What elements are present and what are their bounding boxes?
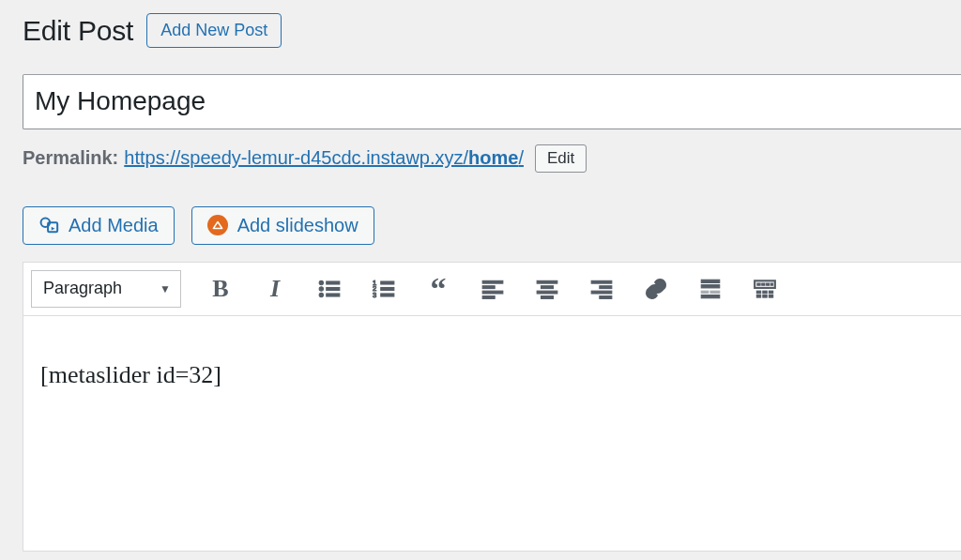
svg-rect-18 <box>537 280 557 283</box>
svg-rect-37 <box>763 291 767 294</box>
svg-rect-39 <box>756 295 760 297</box>
editor-content-area[interactable]: [metaslider id=32] <box>23 316 961 551</box>
insert-link-button[interactable] <box>641 274 671 304</box>
bullet-list-button[interactable] <box>314 274 344 304</box>
svg-rect-21 <box>542 295 554 298</box>
media-icon <box>38 215 59 235</box>
svg-rect-15 <box>482 286 495 289</box>
blockquote-button[interactable]: “ <box>423 274 453 304</box>
svg-rect-24 <box>591 291 612 294</box>
page-heading-row: Edit Post Add New Post <box>23 0 961 48</box>
permalink-label: Permalink: <box>23 147 118 169</box>
svg-rect-7 <box>327 294 340 296</box>
svg-rect-38 <box>769 291 772 294</box>
permalink-url-base: https://speedy-lemur-d45cdc.instawp.xyz/ <box>124 147 468 168</box>
svg-text:3: 3 <box>373 290 376 298</box>
align-left-button[interactable] <box>478 274 508 304</box>
svg-rect-19 <box>542 286 554 289</box>
numbered-list-button[interactable]: 123 <box>369 274 399 304</box>
permalink-url-trail: / <box>518 147 524 168</box>
svg-rect-20 <box>537 291 557 294</box>
paragraph-format-dropdown[interactable]: Paragraph ▼ <box>31 270 181 308</box>
svg-rect-25 <box>600 295 612 298</box>
svg-rect-29 <box>710 291 720 293</box>
svg-rect-36 <box>756 291 760 294</box>
add-slideshow-label: Add slideshow <box>237 215 358 236</box>
editor-content-text: [metaslider id=32] <box>40 361 944 389</box>
svg-rect-11 <box>381 287 394 290</box>
toolbar-toggle-button[interactable] <box>750 274 780 304</box>
svg-rect-14 <box>482 280 503 283</box>
paragraph-format-selected: Paragraph <box>43 279 122 298</box>
svg-rect-26 <box>701 280 720 282</box>
svg-point-2 <box>319 280 323 284</box>
svg-rect-28 <box>701 291 709 293</box>
add-media-label: Add Media <box>69 215 159 236</box>
page-title: Edit Post <box>23 15 133 47</box>
editor-toolbar: Paragraph ▼ B I 123 “ <box>23 263 961 316</box>
add-slideshow-button[interactable]: Add slideshow <box>191 206 374 245</box>
add-media-button[interactable]: Add Media <box>23 206 175 245</box>
svg-rect-22 <box>591 280 612 283</box>
svg-rect-3 <box>327 281 340 284</box>
media-buttons-row: Add Media Add slideshow <box>23 206 961 245</box>
svg-rect-23 <box>600 286 612 289</box>
svg-rect-33 <box>762 283 765 285</box>
svg-rect-41 <box>769 295 772 297</box>
post-title-input[interactable] <box>23 74 961 129</box>
add-new-post-button[interactable]: Add New Post <box>146 13 282 48</box>
svg-rect-32 <box>757 283 760 285</box>
svg-point-6 <box>319 293 323 296</box>
insert-read-more-button[interactable] <box>695 274 725 304</box>
slideshow-icon <box>207 215 228 235</box>
svg-rect-34 <box>767 283 770 285</box>
italic-button[interactable]: I <box>260 274 290 304</box>
svg-point-4 <box>319 287 323 291</box>
svg-rect-9 <box>381 281 394 284</box>
svg-rect-16 <box>482 291 503 294</box>
bold-button[interactable]: B <box>206 274 236 304</box>
permalink-row: Permalink: https://speedy-lemur-d45cdc.i… <box>23 144 961 173</box>
svg-rect-30 <box>701 295 720 297</box>
chevron-down-icon: ▼ <box>160 282 171 295</box>
svg-rect-5 <box>327 287 340 290</box>
svg-rect-13 <box>381 294 394 296</box>
svg-rect-27 <box>701 284 720 287</box>
editor: Paragraph ▼ B I 123 “ <box>23 262 961 552</box>
align-center-button[interactable] <box>532 274 562 304</box>
permalink-url-slug: home <box>468 147 518 168</box>
align-right-button[interactable] <box>587 274 617 304</box>
edit-permalink-button[interactable]: Edit <box>535 144 587 173</box>
svg-rect-17 <box>482 295 495 298</box>
svg-rect-35 <box>771 283 773 285</box>
svg-rect-40 <box>763 295 767 297</box>
permalink-url[interactable]: https://speedy-lemur-d45cdc.instawp.xyz/… <box>124 147 524 169</box>
